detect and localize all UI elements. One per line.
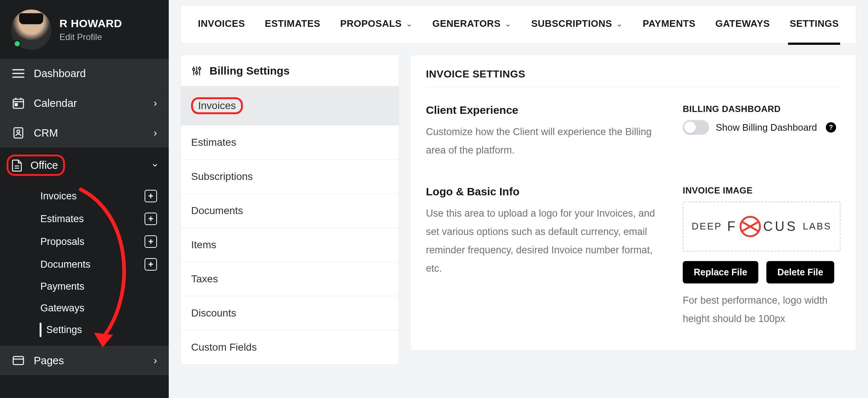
- logo-text-right: LABS: [803, 221, 832, 232]
- sub-label: Settings: [46, 324, 82, 336]
- online-indicator: [13, 40, 21, 48]
- aperture-icon: [740, 216, 761, 237]
- settings-item-custom-fields[interactable]: Custom Fields: [181, 330, 399, 364]
- plus-icon[interactable]: +: [145, 258, 157, 271]
- tab-payments[interactable]: PAYMENTS: [643, 18, 696, 31]
- primary-nav: Dashboard Calendar › CRM ›: [0, 59, 169, 375]
- sub-gateways[interactable]: Gateways: [0, 297, 169, 319]
- settings-item-label: Documents: [191, 205, 243, 216]
- plus-icon[interactable]: +: [145, 235, 157, 248]
- main: INVOICES ESTIMATES PROPOSALS⌄ GENERATORS…: [169, 0, 868, 398]
- tab-label: SETTINGS: [789, 18, 839, 29]
- tab-gateways[interactable]: GATEWAYS: [715, 18, 770, 31]
- pages-icon: [12, 354, 25, 367]
- contact-book-icon: [12, 126, 25, 140]
- settings-item-invoices[interactable]: Invoices: [181, 86, 399, 125]
- chevron-right-icon: ›: [154, 127, 157, 139]
- settings-item-items[interactable]: Items: [181, 228, 399, 262]
- show-billing-dashboard-toggle[interactable]: [683, 120, 709, 135]
- sub-estimates[interactable]: Estimates +: [0, 207, 169, 230]
- section-title: Client Experience: [426, 104, 661, 116]
- tab-generators[interactable]: GENERATORS⌄: [432, 18, 511, 31]
- svg-rect-12: [13, 357, 23, 365]
- sub-proposals[interactable]: Proposals +: [0, 230, 169, 253]
- plus-icon[interactable]: +: [145, 190, 157, 202]
- tab-proposals[interactable]: PROPOSALS⌄: [340, 18, 412, 31]
- settings-item-label: Invoices: [198, 100, 236, 111]
- tab-label: SUBSCRIPTIONS: [531, 18, 612, 29]
- settings-item-label: Discounts: [191, 307, 236, 319]
- billing-settings-column: Billing Settings Invoices Estimates Subs…: [180, 55, 399, 365]
- nav-label: Office: [30, 159, 58, 171]
- sub-payments[interactable]: Payments: [0, 276, 169, 297]
- chevron-down-icon: ⌄: [616, 19, 623, 28]
- tab-label: ESTIMATES: [265, 18, 320, 29]
- logo-letters: CUS: [763, 219, 798, 234]
- nav-label: Calendar: [34, 97, 77, 109]
- logo-letter: F: [727, 219, 737, 234]
- help-icon[interactable]: ?: [826, 122, 836, 133]
- sub-label: Documents: [40, 259, 91, 270]
- tab-label: PROPOSALS: [340, 18, 402, 29]
- tab-subscriptions[interactable]: SUBSCRIPTIONS⌄: [531, 18, 623, 31]
- nav-pages[interactable]: Pages ›: [0, 346, 169, 375]
- plus-icon[interactable]: +: [145, 213, 157, 225]
- svg-point-15: [193, 68, 195, 70]
- settings-item-discounts[interactable]: Discounts: [181, 296, 399, 330]
- settings-item-estimates[interactable]: Estimates: [181, 125, 399, 159]
- tab-label: GENERATORS: [432, 18, 500, 29]
- logo-hint: For best performance, logo width height …: [683, 292, 840, 328]
- sub-label: Estimates: [40, 213, 84, 225]
- hamburger-icon: [12, 67, 25, 80]
- office-submenu: Invoices + Estimates + Proposals + Docum…: [0, 182, 169, 346]
- tab-estimates[interactable]: ESTIMATES: [265, 18, 320, 31]
- settings-item-label: Custom Fields: [191, 341, 257, 353]
- panel-heading: INVOICE SETTINGS: [426, 68, 840, 87]
- toggle-label: Show Billing Dashboard: [716, 122, 817, 133]
- tab-label: INVOICES: [198, 18, 245, 29]
- settings-item-documents[interactable]: Documents: [181, 193, 399, 228]
- settings-title: Billing Settings: [209, 65, 289, 77]
- sub-documents[interactable]: Documents +: [0, 253, 169, 276]
- section-description: Use this area to upload a logo for your …: [426, 205, 661, 278]
- tab-label: GATEWAYS: [715, 18, 770, 29]
- settings-item-label: Subscriptions: [191, 171, 253, 182]
- tab-label: PAYMENTS: [643, 18, 696, 29]
- edit-profile-link[interactable]: Edit Profile: [59, 32, 122, 42]
- chevron-down-icon: ⌄: [505, 19, 511, 28]
- sub-label: Gateways: [40, 303, 84, 314]
- sub-invoices[interactable]: Invoices +: [0, 185, 169, 207]
- tab-settings[interactable]: SETTINGS: [789, 18, 839, 31]
- replace-file-button[interactable]: Replace File: [683, 261, 758, 283]
- nav-office[interactable]: Office ›: [0, 148, 169, 182]
- section-description: Customize how the Client will experience…: [426, 123, 661, 160]
- annotation-highlight: Invoices: [191, 97, 243, 114]
- avatar-wrap: [11, 10, 51, 50]
- button-row: Replace File Delete File: [683, 261, 840, 283]
- settings-item-taxes[interactable]: Taxes: [181, 262, 399, 296]
- nav-label: CRM: [34, 127, 58, 139]
- settings-item-subscriptions[interactable]: Subscriptions: [181, 159, 399, 193]
- svg-point-19: [198, 68, 201, 70]
- section-client-experience: Client Experience Customize how the Clie…: [426, 87, 840, 160]
- toggle-row: Show Billing Dashboard ?: [683, 120, 840, 135]
- svg-point-9: [17, 130, 20, 133]
- calendar-icon: [12, 97, 25, 110]
- section-title: Logo & Basic Info: [426, 185, 661, 198]
- sidebar: R HOWARD Edit Profile Dashboard Calendar…: [0, 0, 169, 398]
- sub-label: Proposals: [40, 236, 84, 247]
- annotation-highlight: Office: [7, 155, 65, 176]
- settings-item-label: Taxes: [191, 273, 218, 285]
- delete-file-button[interactable]: Delete File: [766, 261, 834, 283]
- tab-invoices[interactable]: INVOICES: [198, 18, 245, 31]
- sub-settings[interactable]: Settings: [0, 319, 169, 341]
- nav-crm[interactable]: CRM ›: [0, 118, 169, 148]
- nav-dashboard[interactable]: Dashboard: [0, 59, 169, 88]
- invoice-logo-preview: DEEP F CUS LABS: [683, 202, 840, 252]
- settings-heading: Billing Settings: [181, 55, 399, 86]
- nav-calendar[interactable]: Calendar ›: [0, 88, 169, 118]
- svg-point-17: [196, 72, 198, 74]
- sub-label: Invoices: [40, 191, 77, 202]
- chevron-down-icon: ⌄: [406, 19, 413, 28]
- profile-block: R HOWARD Edit Profile: [0, 0, 169, 59]
